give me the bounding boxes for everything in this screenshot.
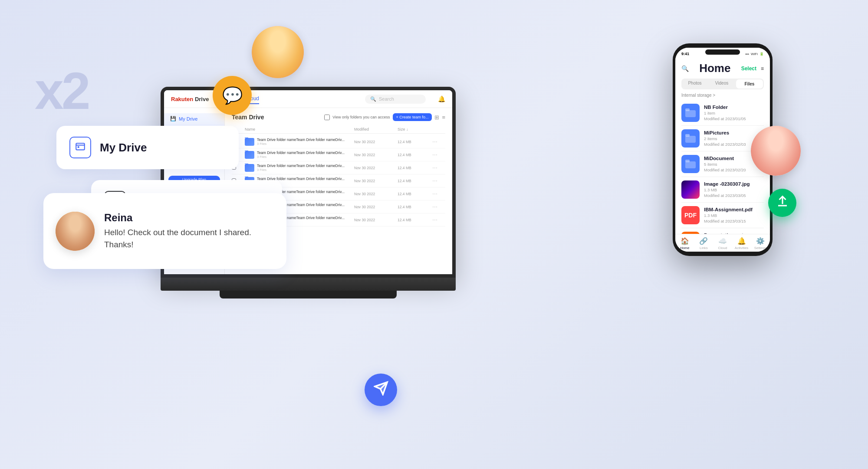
- links-nav-label: Links: [700, 246, 708, 250]
- row-size-4: 12.4 MB: [398, 192, 432, 196]
- phone-header-actions: Select ≡: [741, 66, 764, 72]
- notification-bell-icon[interactable]: 🔔: [438, 95, 445, 102]
- folder-thumb-1: [681, 129, 700, 148]
- phone-file-item-4[interactable]: PDF IBM-Assignment.pdf 1.3 MB Modified a…: [681, 203, 764, 228]
- search-icon: 🔍: [370, 96, 376, 102]
- top-person-avatar: [252, 26, 304, 78]
- laptop-foot: [220, 291, 397, 298]
- nav-cloud[interactable]: ☁️ Cloud: [713, 237, 732, 250]
- phone-select-button[interactable]: Select: [741, 66, 756, 72]
- phone-file-item-3[interactable]: Image -0230307.jpg 1.3 MB Modified at 20…: [681, 177, 764, 203]
- row-more-4[interactable]: ⋯: [432, 191, 445, 197]
- list-view-icon[interactable]: ≡: [442, 114, 445, 121]
- home-nav-icon: 🏠: [681, 237, 689, 245]
- settings-nav-icon: ⚙️: [756, 237, 765, 245]
- search-bar[interactable]: 🔍 Search: [365, 95, 426, 104]
- file-date-0: Modified at 2023/01/05: [704, 116, 764, 121]
- col-name: Name: [245, 127, 354, 131]
- file-info-3: Image -0230307.jpg 1.3 MB Modified at 20…: [704, 181, 764, 198]
- battery-icon: 🔋: [760, 52, 764, 56]
- row-date-0: Nov 30 2022: [354, 140, 398, 144]
- phone-menu-icon[interactable]: ≡: [761, 66, 764, 72]
- folder-thumb-0: [681, 104, 700, 122]
- grid-view-icon[interactable]: ⊞: [434, 114, 439, 121]
- nav-links[interactable]: 🔗 Links: [694, 237, 713, 250]
- view-only-checkbox[interactable]: [324, 115, 330, 120]
- row-date-3: Nov 30 2022: [354, 179, 398, 183]
- row-more-1[interactable]: ⋯: [432, 152, 445, 158]
- table-header: Name Modified Size ↓: [232, 125, 445, 134]
- phone-breadcrumb[interactable]: Internal storage >: [675, 93, 770, 100]
- nav-settings[interactable]: ⚙️ Settings: [751, 237, 770, 250]
- row-name-0: Team Drive folder nameTeam Drive folder …: [257, 138, 345, 142]
- phone-tabs: Photos Videos Files: [681, 79, 764, 89]
- table-row[interactable]: Team Drive folder nameTeam Drive folder …: [232, 161, 445, 174]
- activities-nav-label: Activities: [735, 246, 749, 250]
- nav-activities[interactable]: 🔔 Activities: [732, 237, 751, 250]
- row-more-2[interactable]: ⋯: [432, 165, 445, 171]
- create-team-button[interactable]: + Create team fo...: [393, 113, 432, 121]
- status-time: 9:41: [681, 52, 689, 56]
- file-name-3: Image -0230307.jpg: [704, 181, 764, 187]
- send-button[interactable]: [365, 374, 397, 406]
- row-more-5[interactable]: ⋯: [432, 204, 445, 210]
- phone-search-icon[interactable]: 🔍: [681, 65, 689, 72]
- pdf-thumb-4: PDF: [681, 206, 700, 224]
- row-files-1: 3 Files: [257, 155, 345, 159]
- row-size-6: 12.4 MB: [398, 218, 432, 222]
- row-name-2: Team Drive folder nameTeam Drive folder …: [257, 164, 345, 168]
- file-meta-3: 1.3 MB: [704, 187, 764, 192]
- file-info-0: NB Folder 1 item Modified at 2023/01/05: [704, 105, 764, 121]
- col-modified: Modified: [354, 127, 398, 131]
- chat-sender-name: Reina: [104, 212, 274, 224]
- nav-home[interactable]: 🏠 Home: [675, 237, 694, 250]
- svg-rect-5: [685, 108, 690, 111]
- row-more-3[interactable]: ⋯: [432, 178, 445, 184]
- cloud-nav-icon: ☁️: [718, 237, 727, 245]
- tab-videos[interactable]: Videos: [708, 79, 735, 89]
- chat-card: Reina Hello! Check out the document I sh…: [43, 193, 286, 269]
- phone-bottom-nav: 🏠 Home 🔗 Links ☁️ Cloud 🔔 Activities: [675, 234, 770, 252]
- view-only-label: View only folders you can access: [332, 115, 390, 119]
- signal-icon: ▪▪▪: [745, 52, 749, 56]
- search-placeholder: Search: [379, 96, 394, 102]
- folder-icon-1: [245, 151, 254, 159]
- chat-content: Reina Hello! Check out the document I sh…: [104, 212, 274, 250]
- section-title: Team Drive: [232, 114, 264, 121]
- folder-thumb-2: [681, 155, 700, 173]
- my-drive-sidebar-icon: 💾: [170, 116, 176, 121]
- chat-avatar: [56, 212, 95, 251]
- svg-point-1: [78, 147, 79, 148]
- x2-multiplier-badge: x2: [35, 61, 88, 121]
- main-header: Team Drive View only folders you can acc…: [232, 113, 445, 121]
- sidebar-item-my-drive[interactable]: 💾 My Drive: [164, 113, 224, 124]
- my-drive-card[interactable]: My Drive: [56, 126, 239, 169]
- view-options: View only folders you can access + Creat…: [324, 113, 445, 121]
- message-icon: 💬: [222, 86, 243, 105]
- sidebar-my-drive-label: My Drive: [179, 116, 197, 121]
- tab-files[interactable]: Files: [736, 79, 763, 89]
- phone-file-item-5[interactable]: P Presentation.ppt 1.3 MB Modified at 20…: [681, 228, 764, 234]
- svg-rect-6: [685, 136, 696, 143]
- my-drive-label: My Drive: [100, 141, 147, 154]
- table-row[interactable]: Team Drive folder nameTeam Drive folder …: [232, 148, 445, 161]
- upload-fab-button[interactable]: [768, 189, 796, 217]
- row-more-6[interactable]: ⋯: [432, 217, 445, 223]
- file-name-4: IBM-Assignment.pdf: [704, 207, 764, 212]
- wifi-icon: WiFi: [751, 52, 758, 56]
- chat-message-text: Hello! Check out the document I shared. …: [104, 226, 274, 250]
- laptop-base: [161, 278, 456, 291]
- phone-home-title: Home: [699, 62, 730, 75]
- file-meta-0: 1 item: [704, 111, 764, 115]
- tab-photos[interactable]: Photos: [681, 79, 708, 89]
- settings-nav-label: Settings: [754, 246, 767, 250]
- phone-file-item-0[interactable]: NB Folder 1 item Modified at 2023/01/05: [681, 100, 764, 126]
- file-date-2: Modified at 2023/02/20: [704, 167, 764, 172]
- file-date-4: Modified at 2023/03/15: [704, 219, 764, 223]
- table-row[interactable]: Team Drive folder nameTeam Drive folder …: [232, 135, 445, 148]
- send-icon: [374, 381, 388, 399]
- row-date-4: Nov 30 2022: [354, 192, 398, 196]
- message-bubble-button[interactable]: 💬: [213, 76, 252, 115]
- svg-rect-0: [76, 143, 85, 150]
- row-more-0[interactable]: ⋯: [432, 139, 445, 145]
